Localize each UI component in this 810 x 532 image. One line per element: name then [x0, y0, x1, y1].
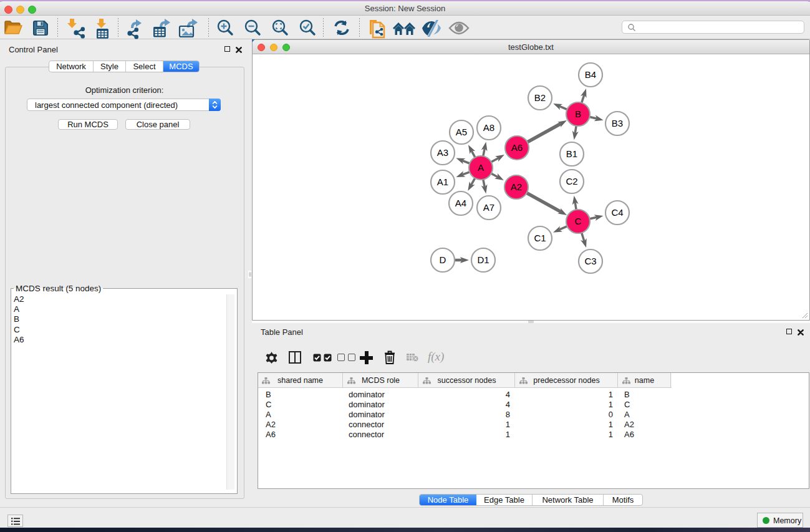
svg-text:C4: C4	[611, 207, 623, 218]
svg-text:A4: A4	[455, 198, 466, 208]
svg-text:A7: A7	[483, 202, 494, 213]
svg-text:D1: D1	[477, 254, 489, 265]
svg-text:A2: A2	[511, 181, 522, 192]
svg-text:B1: B1	[566, 148, 577, 159]
svg-text:C1: C1	[534, 233, 546, 243]
svg-text:B: B	[575, 109, 581, 119]
svg-text:A1: A1	[437, 177, 448, 187]
svg-text:D: D	[440, 254, 446, 265]
svg-text:A5: A5	[456, 127, 467, 137]
svg-text:A8: A8	[483, 122, 494, 133]
svg-text:A: A	[478, 162, 484, 173]
svg-text:A3: A3	[437, 147, 448, 158]
svg-text:B3: B3	[612, 118, 623, 128]
svg-text:B2: B2	[534, 92, 546, 103]
svg-text:C3: C3	[584, 256, 596, 266]
svg-text:B4: B4	[585, 69, 596, 80]
svg-text:C: C	[575, 216, 582, 226]
svg-text:C2: C2	[566, 176, 577, 186]
svg-text:A6: A6	[511, 142, 523, 153]
